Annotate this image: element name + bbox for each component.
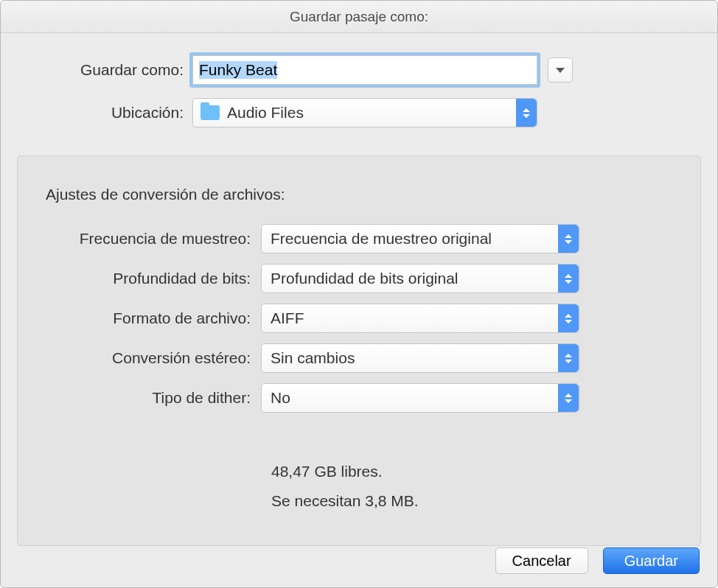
- stereo-conversion-select[interactable]: Sin cambios: [261, 343, 579, 373]
- sample-rate-select[interactable]: Frecuencia de muestreo original: [261, 224, 579, 253]
- chevron-down-icon: [556, 68, 565, 73]
- settings-heading: Ajustes de conversión de archivos:: [46, 186, 678, 203]
- dither-type-row: Tipo de dither: No: [40, 383, 678, 413]
- needed-space-text: Se necesitan 3,8 MB.: [271, 486, 678, 516]
- dialog-title: Guardar pasaje como:: [1, 1, 717, 33]
- location-label: Ubicación:: [30, 104, 192, 122]
- settings-panel: Ajustes de conversión de archivos: Frecu…: [17, 155, 701, 546]
- dither-type-value: No: [271, 389, 290, 407]
- stereo-conversion-value: Sin cambios: [271, 349, 355, 367]
- save-as-row: Guardar como:: [30, 55, 688, 85]
- sample-rate-label: Frecuencia de muestreo:: [40, 230, 261, 248]
- dither-type-select[interactable]: No: [261, 383, 579, 413]
- file-format-select[interactable]: AIFF: [261, 304, 579, 333]
- updown-arrows-icon: [558, 344, 579, 372]
- save-button[interactable]: Guardar: [603, 547, 700, 574]
- stereo-conversion-label: Conversión estéreo:: [40, 349, 261, 367]
- file-format-value: AIFF: [271, 309, 304, 327]
- filename-input[interactable]: [192, 55, 537, 85]
- dither-type-label: Tipo de dither:: [40, 389, 261, 407]
- updown-arrows-icon: [558, 225, 579, 253]
- cancel-button[interactable]: Cancelar: [495, 547, 588, 574]
- updown-arrows-icon: [558, 384, 579, 412]
- bit-depth-select[interactable]: Profundidad de bits original: [261, 264, 579, 293]
- info-block: 48,47 GB libres. Se necesitan 3,8 MB.: [40, 457, 678, 516]
- filename-wrap: [192, 55, 573, 85]
- bit-depth-value: Profundidad de bits original: [271, 270, 459, 287]
- bit-depth-row: Profundidad de bits: Profundidad de bits…: [40, 264, 678, 293]
- bit-depth-label: Profundidad de bits:: [40, 270, 261, 287]
- button-bar: Cancelar Guardar: [495, 547, 700, 574]
- sample-rate-value: Frecuencia de muestreo original: [271, 230, 492, 248]
- file-format-row: Formato de archivo: AIFF: [40, 304, 678, 333]
- updown-arrows-icon: [558, 304, 579, 332]
- expand-button[interactable]: [548, 57, 573, 83]
- save-dialog: Guardar pasaje como: Guardar como: Ubica…: [0, 0, 718, 588]
- folder-icon: [201, 105, 220, 120]
- updown-arrows-icon: [558, 265, 579, 293]
- top-section: Guardar como: Ubicación: Audio Files: [1, 33, 717, 155]
- stereo-conversion-row: Conversión estéreo: Sin cambios: [40, 343, 678, 373]
- location-select[interactable]: Audio Files: [192, 98, 537, 127]
- sample-rate-row: Frecuencia de muestreo: Frecuencia de mu…: [40, 224, 678, 253]
- free-space-text: 48,47 GB libres.: [271, 457, 678, 486]
- file-format-label: Formato de archivo:: [40, 309, 261, 327]
- location-row: Ubicación: Audio Files: [30, 98, 688, 127]
- updown-arrows-icon: [516, 99, 537, 127]
- save-as-label: Guardar como:: [30, 61, 192, 79]
- location-value: Audio Files: [227, 104, 304, 122]
